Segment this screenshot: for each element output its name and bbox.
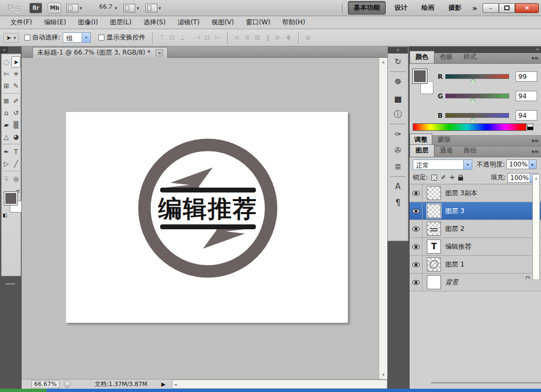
red-slider[interactable] bbox=[445, 74, 509, 79]
eraser-tool[interactable]: ▰ bbox=[2, 119, 11, 130]
layer-name[interactable]: 图层 3 bbox=[445, 207, 464, 216]
dropdown-arrow-icon[interactable]: ▾ bbox=[82, 33, 90, 42]
navigator-panel-icon[interactable]: ☸ bbox=[388, 74, 408, 90]
visibility-cell[interactable] bbox=[410, 256, 423, 273]
elliptical-marquee-tool[interactable]: ◌ bbox=[2, 56, 11, 68]
panel-resize-grip[interactable] bbox=[431, 382, 541, 383]
lock-transparency-icon[interactable] bbox=[431, 175, 437, 181]
hand-tool[interactable]: ☟ bbox=[2, 173, 11, 184]
layer-name[interactable]: 图层 1 bbox=[445, 260, 464, 269]
red-value-input[interactable]: 99 bbox=[516, 71, 537, 82]
visibility-cell[interactable] bbox=[410, 274, 423, 291]
clone-stamp-tool[interactable]: ⌂ bbox=[2, 107, 11, 118]
auto-select-checkbox[interactable] bbox=[24, 35, 30, 41]
launch-mini-bridge-button[interactable]: Mb bbox=[48, 3, 61, 14]
restore-button[interactable] bbox=[499, 3, 515, 13]
paragraph-panel-icon[interactable]: ¶ bbox=[388, 195, 408, 211]
align-right-edges-button[interactable]: ⊢ bbox=[213, 33, 223, 43]
quick-selection-tool[interactable]: ✳ bbox=[11, 68, 21, 79]
panel-menu-icon[interactable]: ▾≡ bbox=[532, 149, 539, 155]
black-swatch[interactable] bbox=[527, 127, 533, 130]
panel-menu-icon[interactable]: ▾≡ bbox=[532, 138, 539, 144]
tab-color[interactable]: 颜色 bbox=[410, 51, 434, 63]
blue-value-input[interactable]: 94 bbox=[516, 110, 537, 121]
align-left-edges-button[interactable]: ⊣ bbox=[192, 33, 202, 43]
align-top-edges-button[interactable]: ⊤ bbox=[157, 33, 167, 43]
status-zoom-input[interactable]: 66.67% bbox=[31, 380, 60, 388]
distribute-vertical-centers-button[interactable]: ≣ bbox=[242, 33, 253, 43]
screen-mode-caret-icon[interactable]: ▾ bbox=[159, 5, 161, 11]
tab-styles[interactable]: 样式 bbox=[458, 51, 482, 63]
visibility-cell[interactable] bbox=[410, 238, 423, 255]
workspace-photography-button[interactable]: 摄影 bbox=[443, 2, 467, 14]
move-tool[interactable]: ➤ bbox=[11, 56, 21, 68]
history-brush-tool[interactable]: ↺ bbox=[11, 107, 21, 118]
dropdown-arrow-icon[interactable]: ▾ bbox=[463, 160, 472, 169]
view-extras-icon[interactable] bbox=[67, 4, 78, 12]
panel-menu-icon[interactable]: ▾≡ bbox=[532, 55, 539, 61]
layer-comps-panel-icon[interactable]: ≣ bbox=[388, 158, 408, 175]
path-selection-tool[interactable]: ▷ bbox=[2, 158, 11, 169]
auto-select-group-dropdown[interactable]: 组 ▾ bbox=[63, 32, 91, 43]
close-button[interactable]: × bbox=[515, 3, 539, 13]
distribute-top-edges-button[interactable]: ≡ bbox=[232, 33, 242, 43]
align-bottom-edges-button[interactable]: ⊥ bbox=[177, 33, 188, 43]
layer-row-text[interactable]: T 编辑推荐 bbox=[410, 238, 541, 256]
default-colors-icon[interactable]: ◧ bbox=[3, 212, 8, 218]
menu-file[interactable]: 文件(F) bbox=[4, 16, 38, 29]
menu-help[interactable]: 帮助(H) bbox=[276, 16, 311, 29]
align-horizontal-centers-button[interactable]: ⊡ bbox=[202, 33, 213, 43]
canvas-horizontal-scrollbar[interactable]: ◂ bbox=[172, 380, 387, 389]
info-panel-icon[interactable]: ⓘ bbox=[388, 106, 408, 122]
color-spectrum-ramp[interactable] bbox=[413, 123, 526, 131]
layer-name[interactable]: 背景 bbox=[445, 278, 458, 287]
red-slider-thumb[interactable] bbox=[470, 79, 476, 83]
layer-row-layer3[interactable]: 图层 3 bbox=[410, 202, 541, 220]
zoom-level-caret-icon[interactable]: ▾ bbox=[115, 5, 117, 11]
layer-row-background[interactable]: 背景 bbox=[410, 274, 541, 291]
workspace-design-button[interactable]: 设计 bbox=[389, 2, 413, 14]
strip-collapse-icon[interactable]: « bbox=[388, 47, 408, 54]
scroll-up-icon[interactable]: ▴ bbox=[380, 58, 387, 65]
tab-channels[interactable]: 通道 bbox=[434, 145, 458, 157]
layer-name[interactable]: 编辑推荐 bbox=[445, 242, 471, 251]
brush-panel-icon[interactable]: ✑ bbox=[388, 126, 408, 142]
burn-tool[interactable]: ◕ bbox=[11, 131, 21, 142]
crop-tool[interactable]: ⊞ bbox=[2, 80, 11, 91]
eye-icon[interactable] bbox=[412, 280, 420, 285]
align-vertical-centers-button[interactable]: ⊟ bbox=[167, 33, 177, 43]
line-tool[interactable]: ╱ bbox=[11, 158, 21, 169]
document-tab[interactable]: 未标题-1 @ 66.7% (图层 3, RGB/8) * × bbox=[32, 47, 168, 58]
view-extras-caret-icon[interactable]: ▾ bbox=[80, 5, 82, 11]
scroll-down-icon[interactable]: ▾ bbox=[380, 371, 387, 378]
visibility-cell[interactable] bbox=[410, 202, 423, 220]
text-layer-thumbnail[interactable]: T bbox=[427, 240, 441, 254]
eye-icon[interactable] bbox=[412, 191, 420, 196]
show-transform-controls-checkbox[interactable] bbox=[98, 35, 104, 41]
launch-bridge-button[interactable]: Br bbox=[29, 3, 42, 14]
toolbox-collapse-icon[interactable]: « bbox=[0, 46, 8, 54]
clone-source-panel-icon[interactable]: ✇ bbox=[388, 142, 408, 158]
layer-thumbnail[interactable] bbox=[427, 275, 441, 289]
blur-tool[interactable]: △ bbox=[2, 131, 11, 142]
distribute-bottom-edges-button[interactable]: ⊞ bbox=[253, 33, 263, 43]
tab-close-icon[interactable]: × bbox=[156, 49, 163, 56]
blue-slider-thumb[interactable] bbox=[470, 118, 476, 122]
menu-image[interactable]: 图像(I) bbox=[72, 16, 104, 29]
character-panel-icon[interactable]: A bbox=[388, 178, 408, 195]
distribute-right-edges-button[interactable]: ⋕ bbox=[283, 33, 294, 43]
layer-row-layer1[interactable]: 图层 1 bbox=[410, 256, 541, 274]
layer-thumbnail[interactable] bbox=[427, 186, 441, 200]
layer-row-layer3-copy[interactable]: 图层 3副本 bbox=[410, 184, 541, 202]
menu-view[interactable]: 视图(V) bbox=[206, 16, 240, 29]
blend-mode-dropdown[interactable]: 正常 ▾ bbox=[413, 160, 472, 170]
layer-thumbnail[interactable] bbox=[427, 257, 441, 271]
canvas-pasteboard[interactable]: 编辑推荐 bbox=[22, 58, 379, 379]
menu-select[interactable]: 选择(S) bbox=[137, 16, 171, 29]
status-options-arrow-icon[interactable]: ▶ bbox=[161, 381, 166, 387]
layer-thumbnail[interactable] bbox=[427, 204, 441, 218]
pen-tool[interactable]: ✒ bbox=[2, 146, 11, 157]
current-tool-indicator[interactable]: ➤ ▾ bbox=[3, 33, 19, 43]
type-tool[interactable]: T bbox=[11, 146, 21, 157]
workspace-essentials-button[interactable]: 基本功能 bbox=[348, 1, 386, 15]
